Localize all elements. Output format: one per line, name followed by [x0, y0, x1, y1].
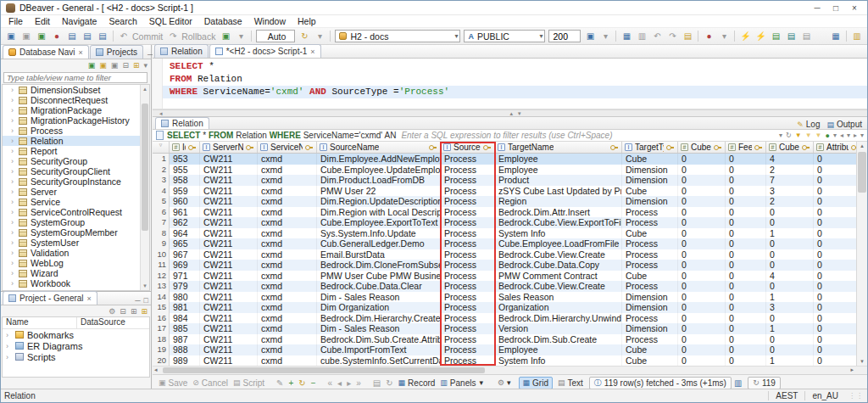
row-number[interactable]: 10	[153, 249, 170, 260]
project-expand-icon[interactable]: ⊞	[131, 307, 137, 316]
cell-servicename[interactable]: cxmd	[258, 175, 317, 186]
cell-id[interactable]: 961	[170, 207, 200, 218]
rollback-label[interactable]: Rollback	[181, 31, 215, 42]
tree-item-securitygroup[interactable]: ›SecurityGroup	[3, 156, 149, 166]
cell-id[interactable]: 967	[170, 249, 200, 260]
cell-sourcename[interactable]: Bedrock.Dim.Hierarchy.Create.FromAttribu…	[317, 313, 441, 324]
cell-servername[interactable]: CW211	[200, 154, 258, 165]
cell-targetname[interactable]: Bedrock.Dim.Attr.Insert	[495, 207, 622, 218]
cell-cubeputs[interactable]: 2	[766, 165, 814, 176]
column-header-servername[interactable]: IServerName	[200, 142, 258, 153]
resultset-fetch-icon[interactable]: ▣	[583, 30, 597, 42]
table-row-8[interactable]: 8964CW211cxmdSys.System.Info.UpdateProce…	[153, 228, 863, 239]
cell-id[interactable]: 971	[170, 271, 200, 282]
column-header-servicename[interactable]: IServiceName	[258, 142, 317, 153]
menu-window[interactable]: Window	[248, 16, 292, 26]
cell-feeders[interactable]: 0	[726, 175, 766, 186]
fetch-size-input[interactable]	[548, 30, 581, 42]
cell-id[interactable]: 965	[170, 238, 200, 249]
tree-item-service[interactable]: ›Service	[3, 197, 149, 207]
scroll-thumb[interactable]	[163, 367, 485, 373]
cell-servername[interactable]: CW211	[200, 292, 258, 303]
cell-servername[interactable]: CW211	[200, 302, 258, 313]
tree-item-securitygroupclient[interactable]: ›SecurityGroupClient	[3, 166, 149, 176]
expander-icon[interactable]: ›	[11, 269, 19, 277]
tree-item-report[interactable]: ›Report	[3, 146, 149, 156]
results-filter-bar[interactable]: SELECT * FROM Relation WHERE ServiceName…	[153, 130, 867, 142]
cell-cubeputs[interactable]: 1	[766, 228, 814, 239]
tab-database-navigator[interactable]: Database Navi ×	[3, 45, 89, 59]
table-row-17[interactable]: 17985CW211cxmdDim - Sales ReasonProcessV…	[153, 323, 863, 334]
cell-sourcetype[interactable]: Process	[441, 175, 495, 186]
panel-toggle-icon[interactable]: ▥	[734, 378, 742, 388]
expander-icon[interactable]: ›	[6, 342, 14, 350]
cell-servername[interactable]: CW211	[200, 355, 258, 367]
cell-servicename[interactable]: cxmd	[258, 302, 317, 313]
redo-icon[interactable]: ↷	[665, 30, 679, 42]
cell-id[interactable]: 981	[170, 302, 200, 313]
table-row-6[interactable]: 6961CW211cxmdDim.Region with Local Descr…	[153, 207, 863, 218]
column-filter-icon[interactable]	[246, 143, 254, 151]
connection-new-icon[interactable]: ▣	[88, 61, 96, 70]
cell-servicename[interactable]: cxmd	[258, 238, 317, 249]
row-number[interactable]: 1	[153, 154, 170, 165]
first-row-icon[interactable]: «	[328, 378, 333, 388]
sql-templates-icon[interactable]: ▦	[620, 30, 633, 42]
cell-feeders[interactable]: 0	[726, 196, 766, 207]
cell-feeders[interactable]: 0	[726, 154, 766, 165]
table-row-14[interactable]: 14980CW211cxmdDim - Sales ReasonProcessS…	[153, 292, 863, 303]
cell-targetname[interactable]: PMW Comment Contract	[495, 271, 622, 282]
tab-results-relation[interactable]: Relation	[155, 117, 209, 129]
cell-cubeputs[interactable]: 1	[766, 323, 814, 334]
row-number[interactable]: 11	[153, 260, 170, 271]
delete-row-icon[interactable]: −	[311, 378, 316, 388]
cell-servicename[interactable]: cxmd	[258, 249, 317, 260]
export-dropdown-icon[interactable]: ▾	[833, 132, 837, 139]
table-row-9[interactable]: 9965CW211cxmdCub.GeneralLedger.DemoProce…	[153, 238, 863, 249]
table-row-10[interactable]: 10967CW211cxmdEmail.BurstDataProcessBedr…	[153, 249, 863, 260]
tree-item-disconnectrequest[interactable]: ›DisconnectRequest	[3, 95, 149, 105]
cell-targetname[interactable]: Sales Reason	[495, 292, 622, 303]
cell-targettype[interactable]: Process	[622, 260, 678, 271]
cell-servername[interactable]: CW211	[200, 323, 258, 334]
cell-cubeputs[interactable]: 2	[766, 196, 814, 207]
cell-targettype[interactable]: Process	[622, 217, 678, 228]
expander-icon[interactable]: ›	[11, 137, 19, 145]
cell-cubeputs[interactable]: 4	[766, 271, 814, 282]
expander-icon[interactable]: ›	[6, 331, 14, 339]
cell-cubegets[interactable]: 0	[678, 165, 726, 176]
menu-edit[interactable]: Edit	[29, 16, 56, 26]
cell-servername[interactable]: CW211	[200, 165, 258, 176]
cell-targetname[interactable]: Employee	[495, 154, 622, 165]
previous-row-icon[interactable]: ◂	[337, 378, 342, 388]
filter-apply-icon[interactable]: ▼	[795, 132, 802, 139]
duplicate-row-icon[interactable]: ↻	[298, 378, 305, 388]
cell-targetname[interactable]: Region	[495, 196, 622, 207]
panels-button[interactable]: ▥Panels▾	[440, 378, 486, 388]
cell-id[interactable]: 960	[170, 196, 200, 207]
cell-sourcetype[interactable]: Process	[441, 344, 495, 355]
cell-feeders[interactable]: 0	[726, 344, 766, 355]
cell-sourcetype[interactable]: Process	[441, 196, 495, 207]
cell-targetname[interactable]: zSYS Cube Last Updated by Process	[495, 186, 622, 197]
editor-results-splitter[interactable]: ◂ ▴ ▾	[153, 109, 867, 117]
cell-cubeputs[interactable]: 4	[766, 154, 814, 165]
save-as-icon[interactable]: ▣	[19, 30, 33, 42]
cell-servicename[interactable]: cxmd	[258, 154, 317, 165]
cell-targetname[interactable]: Product	[495, 175, 622, 186]
cell-targettype[interactable]: Process	[622, 313, 678, 324]
cell-feeders[interactable]: 0	[726, 281, 766, 292]
cell-targetname[interactable]: Bedrock.Cube.View.Create	[495, 281, 622, 292]
connection-open-icon[interactable]: ▣	[99, 61, 107, 70]
filter-save-icon[interactable]: ▼	[815, 132, 822, 139]
expander-icon[interactable]: ›	[11, 259, 19, 267]
row-number[interactable]: 16	[153, 313, 170, 324]
cell-targetname[interactable]: Employee	[495, 344, 622, 355]
cell-sourcename[interactable]: Dim.Employee.AddNewEmployee	[317, 154, 441, 165]
tree-item-systemgroupmember[interactable]: ›SystemGroupMember	[3, 227, 149, 238]
tree-item-weblog[interactable]: ›WebLog	[3, 258, 149, 268]
cell-sourcename[interactable]: Bedrock.Dim.CloneFromSubset	[317, 260, 441, 271]
table-row-12[interactable]: 12971CW211cxmdPMW User Cube PMW Business…	[153, 271, 863, 282]
next-row-icon[interactable]: ▸	[347, 378, 351, 388]
tree-scrollbar[interactable]: ▴ ▾	[140, 85, 149, 290]
